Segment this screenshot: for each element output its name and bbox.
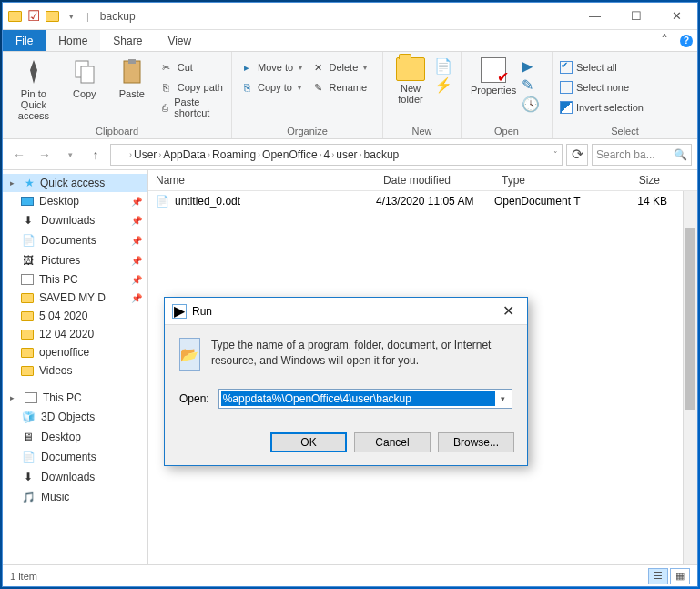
open-combobox[interactable]: %appdata%\OpenOffice\4\user\backup ▾ — [218, 389, 512, 409]
file-icon: 📄 — [156, 195, 169, 208]
open-icon[interactable]: ▶ — [522, 57, 540, 75]
sidebar-item[interactable]: 🖼Pictures📌 — [3, 250, 147, 270]
properties-button[interactable]: Properties — [465, 54, 522, 96]
sidebar-item-label: 12 04 2020 — [39, 328, 94, 340]
maximize-button[interactable]: ☐ — [615, 3, 656, 30]
copy-to-button[interactable]: ⎘Copy to▾ — [236, 77, 308, 97]
paste-shortcut-button[interactable]: ⎙Paste shortcut — [156, 97, 228, 117]
ok-button[interactable]: OK — [270, 432, 347, 452]
sidebar-item[interactable]: openoffice — [3, 343, 147, 361]
sidebar-item[interactable]: 12 04 2020 — [3, 325, 147, 343]
breadcrumb[interactable]: › User› AppData› Roaming› OpenOffice› 4›… — [110, 144, 563, 166]
help-button[interactable]: ? — [675, 30, 697, 51]
column-headers[interactable]: Name Date modified Type Size — [148, 170, 697, 191]
column-size[interactable]: Size — [604, 174, 667, 187]
sidebar-item[interactable]: 5 04 2020 — [3, 307, 147, 325]
file-menu[interactable]: File — [3, 30, 46, 51]
scissors-icon: ✂ — [159, 60, 174, 75]
easy-access-icon[interactable]: ⚡ — [434, 76, 452, 94]
sidebar-item[interactable]: Videos — [3, 361, 147, 380]
new-folder-button[interactable]: New folder — [387, 54, 434, 105]
pin-icon — [19, 57, 48, 86]
sidebar-item[interactable]: This PC📌 — [3, 270, 147, 289]
new-item-icon[interactable]: 📄 — [434, 57, 452, 75]
cancel-button[interactable]: Cancel — [354, 432, 431, 452]
pc-icon — [25, 392, 37, 403]
delete-button[interactable]: ✕Delete▾ — [308, 57, 380, 77]
invert-selection-button[interactable]: Invert selection — [556, 97, 647, 117]
edit-icon[interactable]: ✎ — [522, 76, 540, 94]
history-icon[interactable]: 🕓 — [522, 96, 540, 113]
navigation-pane[interactable]: ▸ ★ Quick access Desktop📌⬇Downloads📌📄Doc… — [3, 170, 148, 564]
refresh-button[interactable]: ⟳ — [566, 144, 588, 166]
run-large-icon: 📂 — [179, 338, 200, 371]
star-icon: ★ — [25, 177, 35, 189]
sidebar-item[interactable]: ⬇Downloads — [3, 467, 147, 487]
ribbon-tabs: File Home Share View ˄ ? — [3, 30, 697, 52]
minimize-button[interactable]: — — [574, 3, 615, 30]
sidebar-item-this-pc[interactable]: ▸ This PC — [3, 389, 147, 407]
icons-view-button[interactable]: ▦ — [670, 568, 690, 584]
folder-icon — [8, 11, 22, 22]
pin-icon: 📌 — [131, 236, 142, 246]
sidebar-item-label: Downloads — [41, 214, 95, 227]
pin-icon: 📌 — [131, 216, 142, 226]
dialog-close-button[interactable]: ✕ — [497, 302, 520, 320]
sidebar-item-quick-access[interactable]: ▸ ★ Quick access — [3, 174, 147, 192]
sidebar-item[interactable]: 🧊3D Objects — [3, 407, 147, 427]
sidebar-item[interactable]: 📄Documents — [3, 447, 147, 467]
sidebar-item[interactable]: SAVED MY D📌 — [3, 289, 147, 307]
invert-selection-icon — [560, 101, 573, 114]
up-button[interactable]: ↑ — [85, 144, 107, 166]
dialog-title: Run — [192, 305, 212, 318]
chevron-right-icon[interactable]: ▸ — [10, 393, 19, 402]
open-value[interactable]: %appdata%\OpenOffice\4\user\backup — [221, 391, 495, 406]
recent-locations-button[interactable]: ▾ — [59, 144, 81, 166]
copy-button[interactable]: Copy — [61, 54, 108, 99]
folder-icon: 🖥 — [21, 430, 36, 444]
qat-properties[interactable]: ☑ — [24, 6, 44, 26]
search-input[interactable]: Search ba... 🔍 — [592, 144, 692, 166]
sidebar-item[interactable]: 🖥Desktop — [3, 427, 147, 447]
sidebar-item[interactable]: Desktop📌 — [3, 192, 147, 210]
column-date[interactable]: Date modified — [376, 174, 494, 187]
collapse-ribbon-icon[interactable]: ˄ — [654, 30, 675, 51]
chevron-down-icon[interactable]: ▾ — [495, 394, 510, 403]
qat-dropdown[interactable]: ▾ — [61, 6, 81, 26]
sidebar-item-label: Downloads — [41, 471, 95, 483]
rename-button[interactable]: ✎Rename — [308, 77, 380, 97]
chevron-right-icon[interactable]: ▸ — [10, 178, 19, 188]
title-bar[interactable]: ☑ ▾ | backup — ☐ ✕ — [3, 3, 697, 30]
select-all-button[interactable]: Select all — [556, 57, 647, 77]
sidebar-item[interactable]: ⬇Downloads📌 — [3, 210, 147, 230]
sidebar-item-label: Desktop — [39, 195, 79, 208]
sidebar-item[interactable]: 🎵Music — [3, 487, 147, 507]
move-icon: ▸ — [239, 60, 254, 75]
close-button[interactable]: ✕ — [656, 3, 697, 30]
copy-path-button[interactable]: ⎘Copy path — [156, 77, 228, 97]
sidebar-item[interactable]: 📄Documents📌 — [3, 230, 147, 250]
column-type[interactable]: Type — [494, 174, 604, 187]
move-to-button[interactable]: ▸Move to▾ — [236, 57, 308, 77]
tab-share[interactable]: Share — [100, 30, 155, 51]
pin-to-quick-access-button[interactable]: Pin to Quick access — [6, 54, 61, 121]
tab-home[interactable]: Home — [46, 30, 100, 51]
doc-icon: 📄 — [21, 233, 36, 248]
status-bar: 1 item ☰ ▦ — [3, 564, 697, 586]
select-none-button[interactable]: Select none — [556, 77, 647, 97]
sidebar-item-label: Desktop — [41, 431, 81, 443]
dialog-title-bar[interactable]: ▶ Run ✕ — [165, 298, 527, 325]
column-name[interactable]: Name — [148, 174, 376, 187]
paste-button[interactable]: Paste — [108, 54, 156, 99]
cut-button[interactable]: ✂Cut — [156, 57, 228, 77]
browse-button[interactable]: Browse... — [438, 432, 514, 452]
run-dialog[interactable]: ▶ Run ✕ 📂 Type the name of a program, fo… — [164, 297, 528, 466]
vertical-scrollbar[interactable] — [683, 191, 697, 564]
table-row[interactable]: 📄untitled_0.odt4/13/2020 11:05 AMOpenDoc… — [148, 191, 697, 211]
group-label: New — [387, 124, 457, 138]
details-view-button[interactable]: ☰ — [648, 568, 668, 584]
run-icon: ▶ — [172, 304, 187, 319]
scroll-thumb[interactable] — [685, 228, 695, 410]
back-button[interactable]: ← — [8, 144, 30, 166]
tab-view[interactable]: View — [155, 30, 204, 51]
